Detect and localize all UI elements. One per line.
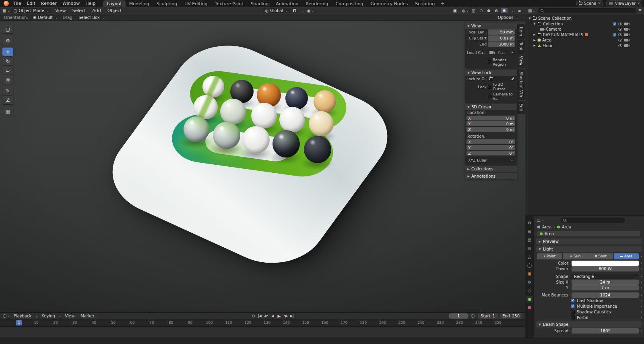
sphere-navy-3[interactable] xyxy=(285,87,308,110)
orientation-dropdown[interactable]: ⊕ Default ⌄ xyxy=(31,15,60,20)
outliner-row-camera[interactable]: Camera xyxy=(526,27,643,32)
light-color-swatch[interactable] xyxy=(572,261,639,266)
transform-orientation-dropdown[interactable]: ◎ Global ⌄ xyxy=(263,8,291,13)
blender-logo-icon[interactable] xyxy=(4,1,9,6)
frame-ruler[interactable]: 1020304050607080901001101201301401501601… xyxy=(0,319,525,327)
view-section-header[interactable]: ▼View xyxy=(465,23,517,29)
sidebar-tab-view[interactable]: View xyxy=(517,53,525,68)
cursor-location-z-field[interactable]: Z0 m xyxy=(466,127,515,132)
workspace-tab-layout[interactable]: Layout xyxy=(103,0,125,7)
light-section-header[interactable]: ▼Light xyxy=(536,246,642,252)
timeline-editor-type-icon[interactable]: ⌄ xyxy=(2,313,10,319)
workspace-tab-texture-paint[interactable]: Texture Paint xyxy=(211,0,247,7)
outliner-search[interactable] xyxy=(538,8,636,13)
light-type-area-button[interactable]: ▬Area xyxy=(614,253,639,259)
hide-viewport-icon[interactable] xyxy=(618,33,622,36)
shading-material-button[interactable]: ◐ xyxy=(493,8,500,13)
animate-decorator-icon[interactable] xyxy=(639,276,644,277)
scene-selector[interactable]: Scene ✕ xyxy=(576,0,603,6)
play-button[interactable]: ▶ xyxy=(276,313,282,319)
menu-window[interactable]: Window xyxy=(60,0,83,7)
snap-settings-dropdown[interactable]: ⌄ xyxy=(299,8,306,13)
workspace-tab-scripting[interactable]: Scripting xyxy=(411,0,438,7)
light-type-sun-button[interactable]: ☀Sun xyxy=(563,253,588,259)
portal-checkbox[interactable] xyxy=(571,315,575,319)
hide-viewport-icon[interactable] xyxy=(618,44,622,47)
spread-field[interactable]: 180° xyxy=(572,328,639,334)
tool-measure-button[interactable]: ∠ xyxy=(2,96,13,104)
max-bounces-field[interactable]: 1024 xyxy=(572,292,639,298)
sphere-cream-9[interactable] xyxy=(309,111,334,136)
auto-key-button[interactable] xyxy=(250,313,256,319)
outliner-editor-type-icon[interactable]: ▤⌄ xyxy=(528,8,536,13)
to-3d-cursor-checkbox[interactable] xyxy=(488,85,491,89)
tool-move-button[interactable]: + xyxy=(2,48,13,56)
properties-tab-object-data[interactable]: ● xyxy=(526,296,533,303)
tool-scale-button[interactable]: ▱ xyxy=(2,66,13,75)
properties-tab-scene[interactable]: △ xyxy=(526,253,533,260)
breadcrumb-data[interactable]: Area xyxy=(562,225,571,229)
animate-decorator-icon[interactable] xyxy=(639,256,644,257)
sphere-chrome-10[interactable] xyxy=(184,116,209,142)
workspace-tab-modeling[interactable]: Modeling xyxy=(126,0,153,7)
tool-cursor-button[interactable]: ⊕ xyxy=(2,36,13,45)
sphere-glossy_black-13[interactable] xyxy=(272,130,300,157)
disable-render-icon[interactable] xyxy=(624,23,628,25)
expand-arrow-icon[interactable]: ▶ xyxy=(533,44,536,47)
disable-render-icon[interactable] xyxy=(624,39,628,41)
collapse-arrow-icon[interactable]: ▼ xyxy=(533,22,536,25)
properties-tab-tool[interactable]: ⚙ xyxy=(526,220,533,226)
cursor-rotation-z-field[interactable]: Z0° xyxy=(466,151,515,155)
frame-end-field[interactable]: End250 xyxy=(500,313,522,319)
viewport-3d[interactable]: ▢⊕+↻▱◎✎∠▦ ▼View Focal Len...50 mm Clip S… xyxy=(0,21,525,312)
frame-start-field[interactable]: Start1 xyxy=(478,313,498,319)
shape-dropdown[interactable]: Rectangle⌄ xyxy=(572,274,639,279)
jump-to-end-button[interactable]: ▶| xyxy=(289,313,295,319)
multiple-importance-checkbox[interactable] xyxy=(571,304,575,308)
rotation-mode-dropdown[interactable]: XYZ Euler⌄ xyxy=(466,157,515,163)
render-region-checkbox[interactable] xyxy=(488,60,491,64)
properties-tab-output[interactable]: ▤ xyxy=(526,236,533,243)
properties-tab-physics[interactable]: ○ xyxy=(526,287,533,294)
workspace-tab-uv-editing[interactable]: UV Editing xyxy=(181,0,211,7)
light-type-spot-button[interactable]: ▼Spot xyxy=(588,253,613,259)
playback-menu[interactable]: Playback xyxy=(11,314,35,318)
sphere-tan-4[interactable] xyxy=(314,90,336,113)
collections-header[interactable]: ▶Collections xyxy=(465,166,517,172)
camera-to-view-checkbox[interactable] xyxy=(488,95,491,98)
workspace-tab-compositing[interactable]: Compositing xyxy=(332,0,367,7)
timeline-track[interactable] xyxy=(0,327,525,338)
tool-annotate-button[interactable]: ✎ xyxy=(2,87,13,95)
menu-add[interactable]: Add xyxy=(89,8,103,13)
marker-menu[interactable]: Marker xyxy=(78,314,97,318)
editor-type-icon[interactable]: ▦⌄ xyxy=(2,8,10,13)
mode-selector[interactable]: ▢ Object Mode ⌄ xyxy=(11,8,52,13)
disable-render-icon[interactable] xyxy=(624,44,628,47)
view-lock-header[interactable]: ▼View Lock xyxy=(465,70,517,76)
animate-decorator-icon[interactable] xyxy=(639,306,644,307)
jump-to-start-button[interactable]: |◀ xyxy=(257,313,263,319)
add-workspace-button[interactable]: + xyxy=(438,0,447,7)
workspace-tab-shading[interactable]: Shading xyxy=(247,0,272,7)
properties-tab-modifiers[interactable]: ⚙ xyxy=(526,279,533,286)
shading-dropdown-icon[interactable]: ⌄ xyxy=(508,8,515,13)
animate-decorator-icon[interactable] xyxy=(639,300,644,301)
menu-edit[interactable]: Edit xyxy=(24,0,38,7)
sphere-chrome-11[interactable] xyxy=(213,122,240,149)
cursor-3d-header[interactable]: ▼3D Cursor xyxy=(465,104,517,110)
disable-render-icon[interactable] xyxy=(624,28,628,31)
menu-render[interactable]: Render xyxy=(38,0,60,7)
current-frame-field[interactable]: 1 xyxy=(449,313,468,319)
properties-tab-object[interactable]: ▣ xyxy=(526,270,533,277)
toggle-xray-icon[interactable]: ◫ xyxy=(470,8,477,13)
exclude-collection-checkbox[interactable] xyxy=(613,22,616,26)
power-field[interactable]: 800 W xyxy=(572,266,639,271)
properties-search[interactable] xyxy=(561,218,625,223)
timeline-view-menu[interactable]: View xyxy=(62,314,77,318)
tool-add-cube-button[interactable]: ▦ xyxy=(2,107,13,116)
local-camera-field[interactable]: Ca... ✕ xyxy=(488,50,515,55)
cursor-location-x-field[interactable]: X0 m xyxy=(466,116,515,120)
play-reverse-button[interactable]: ◀ xyxy=(270,313,276,319)
viewlayer-selector[interactable]: ▥ ViewLayer ✕ xyxy=(606,0,642,6)
size-y-field[interactable]: 7 m xyxy=(572,285,639,290)
